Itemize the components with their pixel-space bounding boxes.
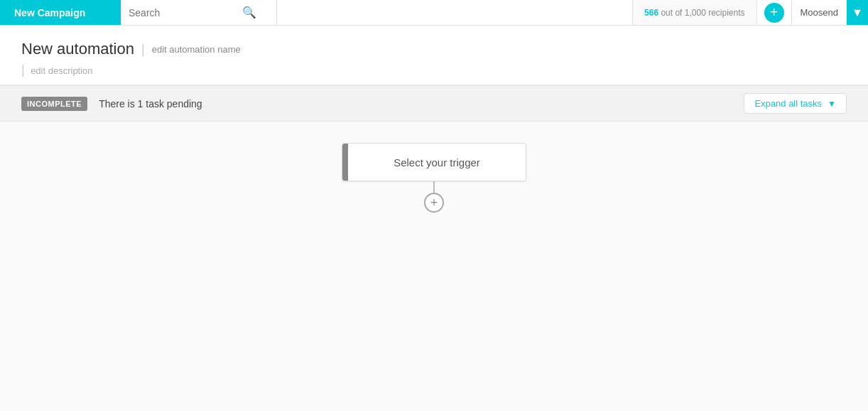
user-name-label: Moosend <box>801 7 838 18</box>
edit-description-link[interactable]: edit description <box>28 65 92 76</box>
add-step-button[interactable]: + <box>424 193 444 213</box>
edit-description-row: | edit description <box>21 63 847 78</box>
connector-line <box>433 181 435 193</box>
add-step-icon: + <box>430 196 438 210</box>
trigger-card-label: Select your trigger <box>348 156 526 169</box>
expand-chevron-icon: ▼ <box>828 99 836 109</box>
recipients-total: 1,000 <box>685 8 706 18</box>
user-name: Moosend <box>791 0 847 25</box>
edit-name-link[interactable]: edit automation name <box>152 44 241 55</box>
add-icon: + <box>770 4 779 21</box>
search-icon: 🔍 <box>242 6 256 19</box>
incomplete-badge: INCOMPLETE <box>21 97 87 111</box>
page-header: New automation | edit automation name | … <box>0 26 868 85</box>
trigger-card-wrapper: Select your trigger + <box>342 143 526 213</box>
desc-divider: | <box>21 63 25 77</box>
user-menu-chevron[interactable]: ▼ <box>847 0 868 25</box>
recipients-label: out of <box>661 8 682 18</box>
task-pending-text: There is 1 task pending <box>99 98 202 110</box>
page-title: New automation <box>21 40 134 58</box>
recipients-count: 566 <box>644 8 658 18</box>
add-button[interactable]: + <box>764 3 784 23</box>
recipients-suffix: recipients <box>708 8 744 18</box>
new-campaign-button[interactable]: New Campaign <box>0 0 121 25</box>
recipients-info: 566 out of 1,000 recipients <box>632 0 756 25</box>
page-title-row: New automation | edit automation name <box>21 40 847 58</box>
chevron-down-icon: ▼ <box>852 6 863 19</box>
new-campaign-label: New Campaign <box>14 7 85 18</box>
expand-all-button[interactable]: Expand all tasks ▼ <box>744 93 847 114</box>
search-container: 🔍 <box>121 0 277 25</box>
divider: | <box>141 42 145 57</box>
topbar: New Campaign 🔍 566 out of 1,000 recipien… <box>0 0 868 26</box>
automation-canvas: Select your trigger + <box>0 122 868 411</box>
trigger-card[interactable]: Select your trigger <box>342 143 526 181</box>
trigger-card-accent <box>342 144 348 181</box>
expand-all-label: Expand all tasks <box>754 98 822 109</box>
search-input[interactable] <box>129 7 242 18</box>
status-bar: INCOMPLETE There is 1 task pending Expan… <box>0 85 868 122</box>
